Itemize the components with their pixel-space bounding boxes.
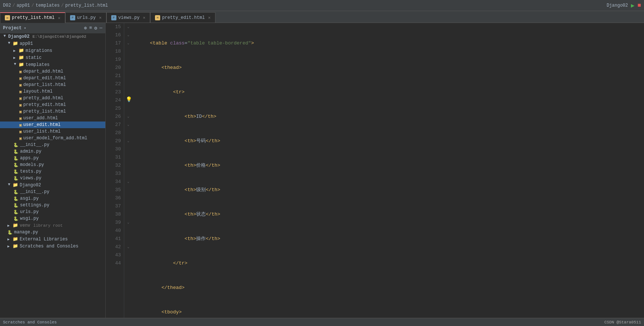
fold-26[interactable]: ⌄ (127, 121, 129, 129)
sidebar-item-layout[interactable]: ▣ layout.html (0, 88, 105, 95)
code-line-23: <th>操作</th> (138, 235, 641, 243)
sidebar-item-user-add[interactable]: ▣ user_add.html (0, 115, 105, 122)
fold-17[interactable]: ⌄ (127, 39, 129, 47)
settings-icon[interactable]: ⚙ (94, 25, 97, 31)
sidebar-item-scratches[interactable]: ▶ 📁 Scratches and Consoles (0, 243, 105, 250)
sidebar-item-migrations[interactable]: ▶ 📁 migrations (0, 47, 105, 54)
fold-15[interactable]: ⌄ (127, 23, 129, 31)
sidebar-item-depart-add[interactable]: ▣ depart_add.html (0, 68, 105, 75)
tab-pretty-edit-close[interactable]: ✕ (208, 15, 211, 20)
code-container[interactable]: 15⌄ 16⌄ 17⌄ 18 19 20 21 22 23 24 25⌄ 26⌄… (106, 23, 644, 318)
ln-27: 27 (109, 121, 121, 129)
sidebar-item-user-list[interactable]: ▣ user_list.html (0, 128, 105, 135)
sidebar-item-venv[interactable]: ▶ 📁 venv library root (0, 222, 105, 229)
sidebar-item-pretty-list-f[interactable]: ▣ pretty_list.html (0, 108, 105, 115)
fold-28[interactable]: ⌄ (127, 137, 129, 145)
folder-icon-static: 📁 (19, 55, 24, 60)
code-line-17: <tr> (138, 88, 641, 96)
breadcrumb-d02[interactable]: D02 (3, 3, 11, 8)
tab-urls-close[interactable]: ✕ (99, 15, 102, 20)
sidebar-label-depart-list: depart_list.html (23, 82, 66, 87)
sidebar-item-admin[interactable]: 🐍 admin.py (0, 148, 105, 155)
fold-39[interactable]: ⌄ (127, 219, 129, 227)
sidebar-item-depart-list[interactable]: ▣ depart_list.html (0, 82, 105, 88)
sidebar-item-templates[interactable]: ▶ 📁 templates (0, 61, 105, 68)
sidebar-label-init-d02: __init__.py (20, 189, 49, 194)
sidebar-item-django02[interactable]: ▶ 📁 Django02 (0, 182, 105, 189)
sidebar-item-pretty-add[interactable]: ▣ pretty_add.html (0, 95, 105, 102)
ln-40: 40 (109, 227, 121, 235)
sidebar-item-views-py[interactable]: 🐍 views.py (0, 175, 105, 182)
breadcrumb-file[interactable]: pretty_list.html (65, 3, 108, 8)
tab-bar: H pretty_list.html ✕ P urls.py ✕ P views… (0, 11, 644, 23)
tab-pretty-edit[interactable]: H pretty_edit.html ✕ (150, 12, 215, 23)
sidebar-label-user-edit: user_edit.html (23, 122, 61, 127)
sidebar-item-asgi[interactable]: 🐍 asgi.py (0, 195, 105, 202)
ln-33: 33 (109, 170, 121, 178)
folder-icon-templates: 📁 (19, 62, 24, 67)
sidebar-item-manage[interactable]: 🐍 manage.py (0, 229, 105, 236)
run-icon[interactable]: ▶ (631, 2, 635, 9)
html-icon-depart-list: ▣ (19, 83, 22, 87)
ln-17: 17⌄ (109, 39, 121, 47)
sidebar-item-tests[interactable]: 🐍 tests.py (0, 168, 105, 175)
code-line-20: <th>价格</th> (138, 162, 641, 170)
minimize-icon[interactable]: — (99, 25, 102, 31)
tab-views[interactable]: P views.py ✕ (106, 12, 150, 23)
ln-38: 38 (109, 210, 121, 219)
add-icon[interactable]: ⊕ (84, 25, 87, 31)
ln-22: 22 (109, 80, 121, 88)
sidebar-item-models[interactable]: 🐍 models.py (0, 162, 105, 168)
fold-16[interactable]: ⌄ (127, 31, 129, 39)
sidebar-item-static[interactable]: ▶ 📁 static (0, 54, 105, 61)
sidebar-label-views-py: views.py (20, 176, 42, 181)
py-icon-urls: 🐍 (13, 210, 19, 214)
scratches-label[interactable]: Scratches and Consoles (3, 320, 57, 325)
sidebar-item-init-app01[interactable]: 🐍 __init__.py (0, 142, 105, 148)
sidebar-item-urls-d02[interactable]: 🐍 urls.py (0, 209, 105, 215)
breadcrumb-templates[interactable]: templates (36, 3, 60, 8)
sidebar-item-user-model-form[interactable]: ▣ user_model_form_add.html (0, 135, 105, 142)
code-line-25: </thead> (138, 284, 641, 292)
top-bar: D02 / app01 / templates / pretty_list.ht… (0, 0, 644, 11)
sidebar-item-app01[interactable]: ▶ 📁 app01 (0, 40, 105, 47)
folder-arrow-ext-libs: ▶ (7, 237, 11, 242)
collapse-icon[interactable]: ≡ (89, 25, 92, 31)
chevron-down-icon[interactable]: ▾ (24, 26, 26, 30)
stop-icon[interactable]: ■ (637, 2, 641, 9)
sidebar-item-user-edit[interactable]: ▣ user_edit.html (0, 122, 105, 128)
sidebar-item-settings[interactable]: 🐍 settings.py (0, 202, 105, 209)
bulb-icon[interactable]: 💡 (126, 96, 132, 103)
sidebar-label-ext-libs: External Libraries (20, 237, 68, 242)
sidebar-label-depart-edit: depart_edit.html (23, 76, 66, 81)
fold-42[interactable]: ⌄ (127, 243, 129, 251)
sidebar-label-user-list: user_list.html (23, 129, 61, 134)
sidebar-item-depart-edit[interactable]: ▣ depart_edit.html (0, 75, 105, 82)
code-lines[interactable]: <table class="table table-bordered"> <th… (135, 23, 644, 318)
py-icon-manage: 🐍 (7, 230, 13, 235)
sidebar-item-pretty-edit-f[interactable]: ▣ pretty_edit.html (0, 102, 105, 108)
sidebar-item-apps[interactable]: 🐍 apps.py (0, 155, 105, 162)
folder-icon-app01: 📁 (13, 41, 18, 46)
project-root[interactable]: ▶ Django02 E:\DjangoItem\Django02 (0, 33, 105, 40)
breadcrumb-app01[interactable]: app01 (17, 3, 30, 8)
tab-pretty-list-close[interactable]: ✕ (58, 16, 60, 20)
main-area: Project ▾ ⊕ ≡ ⚙ — ▶ Django02 E:\DjangoIt… (0, 23, 644, 318)
folder-icon-venv: 📁 (13, 223, 18, 228)
tab-views-close[interactable]: ✕ (143, 15, 146, 20)
sidebar-item-init-d02[interactable]: 🐍 __init__.py (0, 189, 105, 195)
gutter: 💡 ⌄ ⌄ ⌄ ⌄ ⌄ ⌄ ⌄ ⌄ ⌄ (124, 23, 135, 318)
tab-pretty-list[interactable]: H pretty_list.html ✕ (0, 12, 65, 23)
html-icon-pretty-add: ▣ (19, 96, 22, 101)
sidebar-label-tests: tests.py (20, 169, 42, 174)
code-line-24: </tr> (138, 259, 641, 267)
sidebar-item-wsgi[interactable]: 🐍 wsgi.py (0, 215, 105, 222)
tab-urls[interactable]: P urls.py ✕ (65, 12, 106, 23)
fold-34[interactable]: ⌄ (127, 178, 129, 186)
project-name: Django02 (8, 34, 30, 39)
sidebar-label-django02: Django02 (20, 183, 41, 188)
sidebar-item-external-libs[interactable]: ▶ 📁 External Libraries (0, 236, 105, 243)
sidebar-label-user-model-form: user_model_form_add.html (23, 136, 87, 141)
fold-25[interactable]: ⌄ (127, 113, 129, 121)
py-file-icon-2: P (111, 15, 116, 20)
